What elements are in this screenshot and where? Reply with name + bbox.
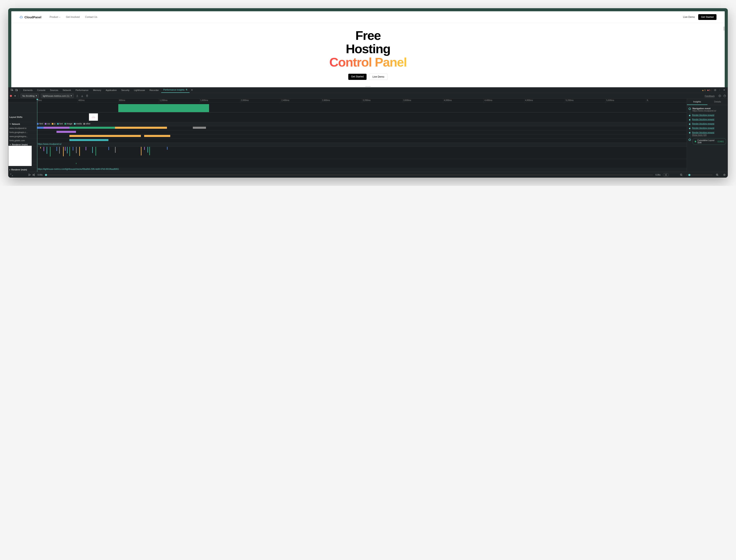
dropdown-icon[interactable]: ▼ (14, 95, 16, 97)
beaker-icon: ⚗ (185, 89, 187, 91)
insight-rbr-4[interactable]: Render blocking request (689, 127, 726, 129)
scrubber[interactable] (45, 175, 653, 175)
viewport-resize-handle[interactable] (11, 86, 725, 87)
nav-get-involved[interactable]: Get Involved (66, 16, 80, 18)
tab-performance[interactable]: Performance (74, 88, 91, 93)
main-track: Main (8, 147, 687, 159)
devtools-tabs: Elements Console Sources Network Perform… (8, 87, 728, 93)
insights-toolbar: ▼ No throttling ▾ lighthouse-metrics.com… (8, 93, 728, 99)
layout-shift-thumb[interactable]: FreeHostingControl Panel (89, 113, 98, 121)
hero-buttons: Get Started Live Demo (348, 74, 388, 80)
hero: Free Hosting Control Panel Get Started L… (11, 23, 725, 86)
close-tab-icon[interactable]: ✕ (190, 88, 194, 92)
tab-console[interactable]: Console (35, 88, 47, 93)
net-row-3: fonts.gstatic.com (8, 139, 687, 143)
site-nav: CloudPanel Product Get Involved Contact … (11, 11, 725, 23)
insight-nav-event[interactable]: Navigation eventhttps://www.cloudpanel.i… (689, 107, 726, 112)
play-icon[interactable] (28, 174, 31, 176)
net-row-2: www.googletagma... (8, 135, 687, 139)
tab-elements[interactable]: Elements (21, 88, 35, 93)
network-header: Network htmlcssjsfontimagemediaother (8, 122, 687, 126)
trash-icon[interactable] (86, 94, 89, 97)
nav-contact[interactable]: Contact Us (85, 16, 97, 18)
renderer-url: https://www.cloudpanel.io/ (38, 143, 62, 145)
preview-overlay (8, 146, 32, 166)
throttle-select[interactable]: No throttling ▾ (21, 94, 39, 98)
tab-recorder[interactable]: Recorder (147, 88, 161, 93)
layout-shifts-track: Layout Shifts FreeHostingControl Panel (8, 112, 687, 122)
tab-application[interactable]: Application (104, 88, 119, 93)
renderer-2-header: Renderer (main) https://lighthouse-metri… (8, 168, 687, 172)
zoom-in-icon[interactable] (716, 174, 719, 176)
timeline-area: 0ms400ms800ms1,200ms1,600ms2,000ms2,400m… (8, 99, 687, 172)
overview-block[interactable] (118, 104, 209, 112)
site-logo[interactable]: CloudPanel (20, 15, 41, 19)
svg-point-3 (715, 90, 715, 90)
hero-get-started-button[interactable]: Get Started (348, 74, 367, 80)
status-dot-icon (695, 141, 696, 142)
time-start: 0.00s (38, 174, 43, 176)
device-toggle-icon[interactable] (14, 88, 18, 92)
playback-bar: 0.00s 6.06s x1 (8, 172, 728, 178)
feedback-link[interactable]: Feedback (705, 95, 715, 97)
tab-details[interactable]: Details (707, 99, 728, 105)
svg-rect-1 (15, 89, 17, 91)
insight-rbr-3[interactable]: Render blocking request (689, 123, 726, 125)
net-row-0: www.cloudpanel.io (8, 126, 687, 130)
time-end: 6.06s (655, 174, 660, 176)
fit-icon[interactable] (723, 174, 726, 176)
tab-memory[interactable]: Memory (91, 88, 103, 93)
zoom-out-icon[interactable] (680, 174, 683, 176)
nav-right: Live Demo Get Started (683, 14, 716, 20)
warning-count[interactable]: ▲ 1 (702, 89, 706, 91)
download-icon[interactable] (81, 94, 84, 97)
main-area: 0ms400ms800ms1,200ms1,600ms2,000ms2,400m… (8, 99, 728, 172)
insight-cls[interactable]: Cumulative Layout Shift 0.0481 (689, 138, 726, 145)
hero-live-demo-button[interactable]: Live Demo (369, 74, 388, 80)
net-row-1: fonts.googleapis.c... (8, 130, 687, 135)
scrollbar[interactable] (724, 26, 724, 31)
tab-security[interactable]: Security (119, 88, 131, 93)
show-more-link[interactable]: Show more (10) (692, 134, 707, 136)
error-count[interactable]: ■ 1 (707, 89, 710, 91)
nav-links: Product Get Involved Contact Us (50, 16, 97, 18)
svg-point-10 (724, 175, 725, 175)
record-button[interactable] (10, 95, 12, 97)
insights-tabs: Insights Details (687, 99, 728, 105)
help-icon[interactable] (723, 94, 726, 97)
kebab-icon[interactable]: ⋮ (718, 88, 722, 92)
speed-pill[interactable]: x1 (663, 173, 669, 176)
skip-back-icon[interactable] (32, 174, 35, 176)
renderer-2-url: https://lighthouse-metrics.com/lighthous… (38, 168, 119, 170)
chevron-down-icon (59, 16, 61, 18)
renderer-header: Renderer (main) https://www.cloudpanel.i… (8, 143, 687, 147)
overview-track (8, 102, 687, 112)
insight-rbr-2[interactable]: Render blocking request (689, 118, 726, 121)
brand-text: CloudPanel (24, 15, 41, 19)
tab-performance-insights[interactable]: Performance insights⚗ (161, 87, 189, 93)
nav-get-started-button[interactable]: Get Started (698, 14, 716, 20)
gear-icon-2[interactable] (718, 94, 721, 97)
expand-icon[interactable] (10, 174, 13, 176)
insight-rbr-5[interactable]: Render blocking requestShow more (10) (689, 131, 726, 136)
upload-icon[interactable] (76, 94, 79, 97)
measurement-select[interactable]: lighthouse-metrics.com (1) ▾ (41, 94, 74, 98)
inspect-icon[interactable] (10, 88, 14, 92)
devtools-window: CloudPanel Product Get Involved Contact … (8, 8, 728, 178)
tab-sources[interactable]: Sources (48, 88, 60, 93)
tab-insights[interactable]: Insights (687, 99, 707, 105)
devtools: Elements Console Sources Network Perform… (8, 87, 728, 178)
insights-timeline: Navigation eventhttps://www.cloudpanel.i… (689, 107, 726, 145)
tab-lighthouse[interactable]: Lighthouse (132, 88, 147, 93)
close-devtools-icon[interactable]: ✕ (722, 88, 726, 92)
nav-live-demo[interactable]: Live Demo (683, 16, 695, 18)
svg-point-4 (719, 95, 720, 96)
tab-network[interactable]: Network (61, 88, 73, 93)
zoom-slider[interactable] (686, 175, 713, 175)
insight-rbr-1[interactable]: Render blocking request (689, 114, 726, 116)
network-legend: htmlcssjsfontimagemediaother (37, 122, 687, 125)
nav-product[interactable]: Product (50, 16, 61, 18)
svg-rect-2 (17, 90, 17, 91)
time-ruler[interactable]: 0ms400ms800ms1,200ms1,600ms2,000ms2,400m… (8, 99, 687, 102)
gear-icon[interactable] (713, 88, 717, 92)
